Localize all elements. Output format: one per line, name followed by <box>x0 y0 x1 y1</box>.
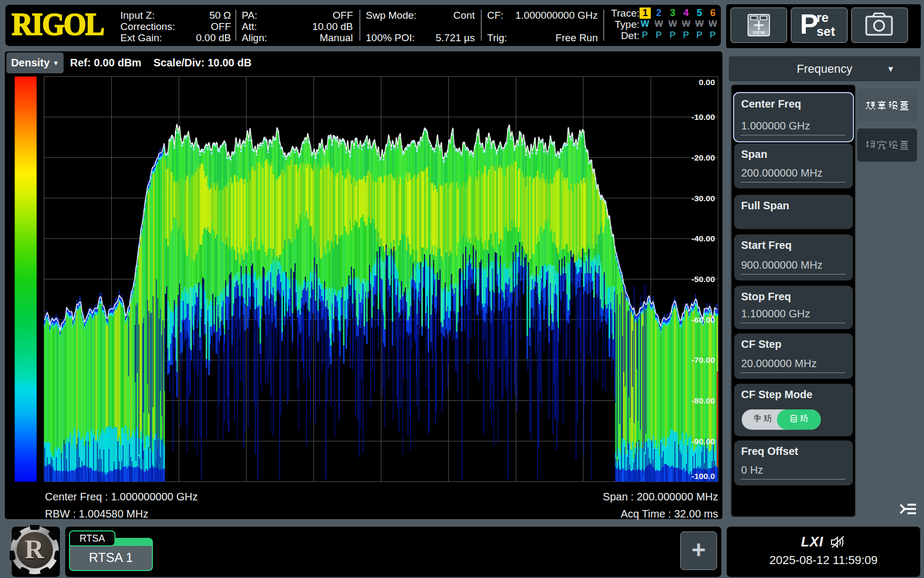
svg-text:VIEW: VIEW <box>752 30 765 35</box>
svg-text:R: R <box>25 534 44 564</box>
